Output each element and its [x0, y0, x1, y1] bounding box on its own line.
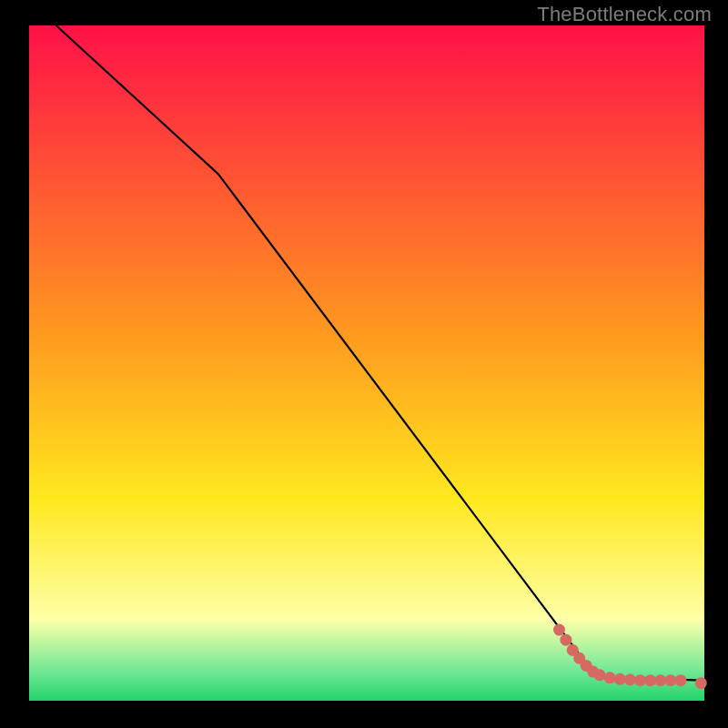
- data-point: [644, 674, 656, 686]
- data-point: [553, 624, 565, 636]
- plot-background: [29, 25, 704, 701]
- data-point: [624, 674, 636, 686]
- chart-frame: TheBottleneck.com: [0, 0, 728, 728]
- data-point: [654, 674, 666, 686]
- data-point: [594, 669, 606, 681]
- attribution-label: TheBottleneck.com: [537, 3, 712, 26]
- data-point: [634, 674, 646, 686]
- data-point: [560, 634, 571, 646]
- data-point: [614, 673, 626, 685]
- bottleneck-chart: [0, 0, 728, 728]
- data-point: [664, 674, 676, 686]
- data-point: [695, 677, 707, 689]
- data-point: [675, 674, 687, 686]
- data-point: [604, 672, 616, 683]
